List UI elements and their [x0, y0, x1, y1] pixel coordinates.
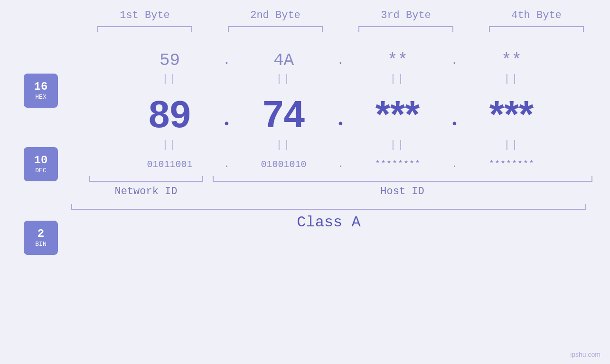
hex-badge: 16 HEX	[24, 74, 58, 108]
bracket-3	[358, 26, 453, 32]
hex-values: 59 . 4A . ** . **	[122, 51, 559, 70]
bracket-2	[228, 26, 323, 32]
hex-badge-label: HEX	[35, 93, 46, 101]
hex-byte-1: 59	[122, 51, 217, 70]
bin-badge-number: 2	[38, 228, 44, 240]
hex-dot-1: .	[217, 53, 236, 68]
dec-byte-1: 89	[122, 93, 217, 136]
dec-byte-3: ***	[350, 93, 445, 136]
network-bracket	[89, 176, 203, 182]
col-header-3: 3rd Byte	[354, 9, 458, 21]
class-label: Class A	[71, 214, 586, 231]
bin-badge-label: BIN	[35, 241, 46, 248]
bin-byte-4: ********	[464, 159, 559, 170]
eq-4: ||	[464, 73, 559, 85]
bin-row: 01011001 . 01001010 . ******** . *******…	[51, 159, 559, 170]
eq-5: ||	[122, 139, 217, 151]
dec-dot-1: •	[217, 98, 236, 131]
dec-byte-4: ***	[464, 93, 559, 136]
dec-badge-label: DEC	[35, 167, 46, 174]
hex-dot-2: .	[331, 53, 350, 68]
dec-badge-number: 10	[34, 154, 48, 167]
bracket-1	[97, 26, 192, 32]
bin-dot-3: .	[445, 159, 464, 170]
col-header-2: 2nd Byte	[223, 9, 328, 21]
host-id-label: Host ID	[213, 186, 592, 197]
dec-dot-3: •	[445, 98, 464, 131]
dec-badge: 10 DEC	[24, 147, 58, 181]
hex-byte-3: **	[350, 51, 445, 70]
hex-badge-number: 16	[34, 81, 48, 93]
eq-2: ||	[236, 73, 331, 85]
eq-6: ||	[236, 139, 331, 151]
dec-row: 89 • 74 • *** • ***	[51, 93, 559, 136]
hex-byte-2: 4A	[236, 51, 331, 70]
eq-8: ||	[464, 139, 559, 151]
bin-byte-2: 01001010	[236, 159, 331, 170]
network-id-label: Network ID	[89, 186, 203, 197]
eq-1: ||	[122, 73, 217, 85]
large-bracket-container	[0, 204, 610, 210]
equals-row-2: || || || ||	[51, 139, 559, 151]
hex-row: 59 . 4A . ** . **	[51, 51, 559, 70]
dec-byte-2: 74	[236, 93, 331, 136]
bin-dot-1: .	[217, 159, 236, 170]
bracket-4	[489, 26, 584, 32]
dec-dot-2: •	[331, 98, 350, 131]
hex-byte-4: **	[464, 51, 559, 70]
host-bracket	[213, 176, 592, 182]
class-label-row: Class A	[0, 214, 610, 231]
hex-dot-3: .	[445, 53, 464, 68]
equals-row-1: || || || ||	[51, 73, 559, 85]
large-bracket	[71, 204, 586, 210]
eq-3: ||	[350, 73, 445, 85]
bottom-brackets	[18, 176, 592, 182]
top-brackets	[80, 26, 602, 32]
bin-byte-3: ********	[350, 159, 445, 170]
main-container: 1st Byte 2nd Byte 3rd Byte 4th Byte 16 H…	[0, 0, 610, 364]
bin-byte-1: 01011001	[122, 159, 217, 170]
bin-badge: 2 BIN	[24, 221, 58, 255]
watermark: ipshu.com	[570, 351, 601, 358]
eq-7: ||	[350, 139, 445, 151]
col-header-4: 4th Byte	[484, 9, 589, 21]
column-headers: 1st Byte 2nd Byte 3rd Byte 4th Byte	[80, 9, 602, 21]
col-header-1: 1st Byte	[93, 9, 197, 21]
id-labels: Network ID Host ID	[18, 186, 592, 197]
bin-dot-2: .	[331, 159, 350, 170]
